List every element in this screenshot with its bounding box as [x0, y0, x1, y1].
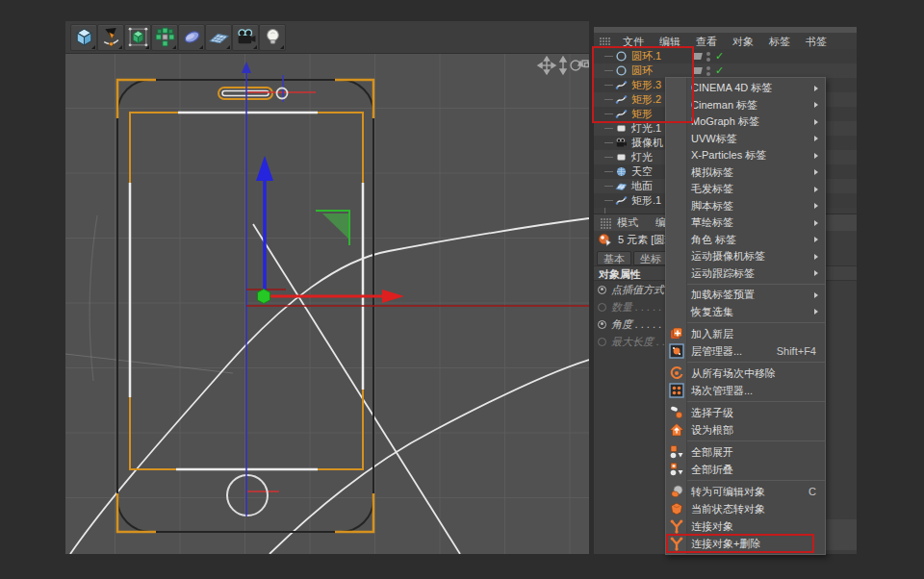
enabled-check-icon[interactable]: ✓: [715, 64, 724, 77]
viewport[interactable]: [65, 54, 589, 554]
green-corner-spline[interactable]: [316, 211, 349, 245]
menu-item-CINEMA-4D-标签[interactable]: CINEMA 4D 标签: [666, 80, 825, 97]
om-menu-6[interactable]: 书签: [798, 35, 834, 49]
submenu-arrow-icon: [814, 254, 818, 260]
menu-item-角色-标签[interactable]: 角色 标签: [666, 232, 825, 249]
spline-object-icon: [615, 194, 628, 207]
menu-item-连接对象-删除[interactable]: 连接对象+删除: [666, 535, 825, 552]
phone-home-button-spline[interactable]: [227, 475, 279, 516]
add-cube-button[interactable]: [70, 24, 97, 51]
tab-基本[interactable]: 基本: [597, 251, 631, 265]
menu-item-MoGraph-标签[interactable]: MoGraph 标签: [666, 113, 825, 131]
menu-item-label: 加入新层: [691, 327, 733, 341]
om-menu-4[interactable]: 对象: [725, 35, 761, 49]
menu-item-X-Particles-标签[interactable]: X-Particles 标签: [666, 147, 825, 164]
gizmo-origin-handle[interactable]: [258, 290, 270, 304]
enabled-check-icon[interactable]: ✓: [715, 50, 724, 63]
light-button[interactable]: [259, 24, 286, 51]
keyframe-circle-icon[interactable]: [598, 338, 606, 346]
submenu-arrow-icon: [814, 187, 818, 192]
menu-item-当前状态转对象[interactable]: 当前状态转对象: [666, 500, 825, 517]
menu-item-连接对象[interactable]: 连接对象: [666, 517, 825, 535]
dolly-icon[interactable]: [560, 57, 566, 74]
floor-environment-button[interactable]: [205, 24, 232, 51]
menu-item-毛发标签[interactable]: 毛发标签: [666, 181, 825, 198]
object-row[interactable]: 圆环.1✓: [594, 49, 857, 63]
menu-item-加载标签预置[interactable]: 加载标签预置: [666, 287, 825, 304]
menu-item-label: 场次管理器...: [691, 384, 753, 398]
menu-item-Cineman-标签[interactable]: Cineman 标签: [666, 97, 825, 114]
pan-icon[interactable]: [538, 57, 555, 74]
menu-item-选择子级[interactable]: 选择子级: [666, 404, 825, 421]
object-toggles: ✓: [693, 49, 724, 63]
om-menu-5[interactable]: 标签: [761, 35, 798, 49]
submenu-corner-icon: [118, 45, 122, 49]
menu-item-转为可编辑对象[interactable]: 转为可编辑对象C: [666, 483, 825, 500]
rotate-icon[interactable]: [571, 61, 582, 70]
pen-spline-button[interactable]: [97, 24, 124, 51]
attribute-label: 点插值方式: [611, 283, 664, 297]
object-label: 矩形.2: [631, 92, 661, 107]
keyframe-circle-icon[interactable]: [598, 286, 606, 294]
tree-tick: [604, 99, 613, 100]
menu-item-设为根部[interactable]: 设为根部: [666, 421, 825, 439]
om-menu-3[interactable]: 查看: [688, 35, 725, 49]
menu-item-从所有场次中移除[interactable]: 从所有场次中移除: [666, 365, 825, 382]
layer-color-icon[interactable]: [692, 67, 703, 74]
menu-item-UVW标签[interactable]: UVW标签: [666, 131, 825, 148]
om-menu-2[interactable]: 编辑: [652, 35, 688, 49]
menu-separator: [666, 441, 825, 441]
toggle-view-icon[interactable]: [582, 61, 589, 67]
multi-selection-icon: [598, 233, 613, 248]
visibility-dots-icon[interactable]: [706, 51, 710, 63]
white-splines: [70, 218, 589, 554]
menu-item-恢复选集[interactable]: 恢复选集: [666, 304, 825, 321]
menu-separator: [666, 480, 825, 481]
submenu-corner-icon: [280, 45, 284, 49]
object-label: 圆环: [631, 63, 653, 78]
menu-item-草绘标签[interactable]: 草绘标签: [666, 214, 825, 232]
menu-item-层管理器---[interactable]: 层管理器...Shift+F4: [666, 342, 825, 360]
visibility-dots-icon[interactable]: [706, 65, 710, 77]
background-splines: [65, 215, 233, 381]
keyframe-circle-icon[interactable]: [598, 303, 606, 312]
gizmo-y-arrowhead[interactable]: [256, 156, 273, 181]
subdivision-surface-button[interactable]: [124, 24, 151, 51]
panel-grip-icon[interactable]: [599, 37, 610, 48]
attribute-label: 数量 . . . . .: [611, 300, 662, 315]
light-object-icon: [615, 151, 628, 164]
camera-button[interactable]: [232, 24, 259, 51]
array-generator-button[interactable]: [151, 24, 178, 51]
attribute-label: 角度 . . . . .: [611, 317, 662, 332]
layer-color-icon[interactable]: [692, 53, 703, 60]
submenu-arrow-icon: [814, 220, 818, 226]
menu-item-label: 全部展开: [691, 445, 733, 460]
menu-item-label: 连接对象+删除: [691, 537, 760, 551]
menu-item-运动摄像机标签[interactable]: 运动摄像机标签: [666, 248, 825, 265]
menu-item-运动跟踪标签[interactable]: 运动跟踪标签: [666, 265, 825, 283]
menu-item-label: 运动跟踪标签: [691, 266, 755, 281]
submenu-arrow-icon: [814, 102, 818, 108]
panel-grip-icon[interactable]: [600, 217, 611, 229]
menu-item-全部折叠[interactable]: 全部折叠: [666, 461, 825, 478]
tree-tick: [604, 128, 613, 129]
menu-item-场次管理器---[interactable]: 场次管理器...: [666, 382, 825, 399]
sky-object-icon: [615, 165, 628, 178]
keyframe-circle-icon[interactable]: [598, 320, 606, 329]
menu-shortcut: C: [808, 486, 816, 497]
mode-menu[interactable]: 模式: [617, 215, 638, 230]
remove-takes-icon: [669, 365, 684, 381]
tab-坐标[interactable]: 坐标: [633, 251, 668, 265]
menu-item-label: 草绘标签: [691, 215, 733, 230]
submenu-corner-icon: [253, 45, 257, 49]
unfold-all-icon: [669, 444, 684, 460]
menu-item-加入新层[interactable]: 加入新层: [666, 325, 825, 342]
tree-tick: [604, 85, 613, 86]
menu-item-脚本标签[interactable]: 脚本标签: [666, 198, 825, 215]
menu-item-模拟标签[interactable]: 模拟标签: [666, 164, 825, 182]
om-menu-1[interactable]: 文件: [615, 35, 652, 49]
object-row[interactable]: 圆环✓: [594, 63, 857, 78]
menu-item-全部展开[interactable]: 全部展开: [666, 443, 825, 461]
gizmo-x-arrowhead[interactable]: [382, 290, 404, 303]
deformer-button[interactable]: [178, 24, 205, 51]
